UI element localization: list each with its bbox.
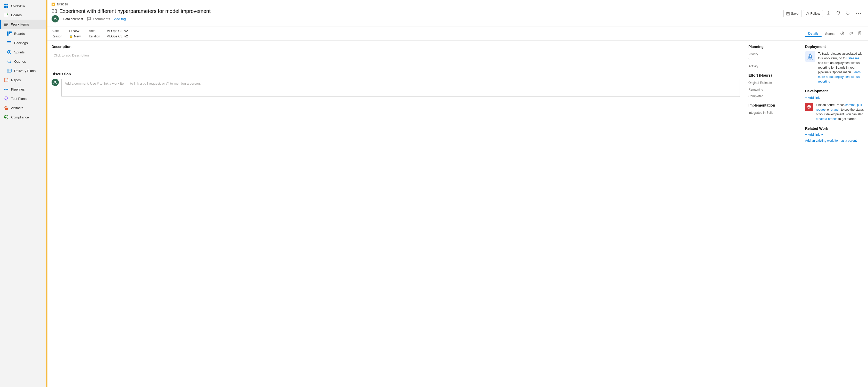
sidebar-item-overview[interactable]: Overview <box>0 1 46 10</box>
delivery-plans-icon <box>7 68 11 73</box>
work-item-toolbar: Save Follow <box>783 10 864 18</box>
dev-add-link[interactable]: + Add link <box>805 96 864 99</box>
svg-rect-7 <box>4 23 8 24</box>
area-field: Area MLOps CLI v2 <box>89 29 128 33</box>
sidebar-item-test-plans[interactable]: Test Plans <box>0 94 46 103</box>
reason-field: Reason 🔒 New <box>52 34 81 38</box>
sidebar-item-repos-label: Repos <box>11 78 21 82</box>
sidebar-item-sprints-label: Sprints <box>14 50 25 54</box>
refresh-button[interactable] <box>834 10 842 18</box>
sidebar-item-boards-top[interactable]: Boards <box>0 10 46 20</box>
work-item-header: TASK 28 28 Experiment with different hyp… <box>48 0 868 27</box>
sidebar-item-artifacts[interactable]: Artifacts <box>0 103 46 113</box>
work-item-number: 28 <box>52 8 57 14</box>
assignee-avatar <box>52 15 59 23</box>
link-icon-btn[interactable] <box>847 30 855 37</box>
priority-field: Priority 2 <box>748 52 797 61</box>
sidebar-item-overview-label: Overview <box>11 4 25 8</box>
svg-point-25 <box>7 89 8 90</box>
svg-point-24 <box>6 89 7 90</box>
assignee-name: Data scientist <box>63 17 83 21</box>
tab-details[interactable]: Details <box>805 30 822 37</box>
sidebar-item-boards-label: Boards <box>14 32 25 36</box>
comment-input[interactable]: Add a comment. Use # to link a work item… <box>61 79 740 97</box>
remaining-field: Remaining <box>748 88 797 91</box>
activity-field: Activity <box>748 64 797 68</box>
add-tag-button[interactable]: Add tag <box>114 17 126 21</box>
sidebar-item-queries[interactable]: Queries <box>0 57 46 66</box>
svg-rect-8 <box>4 24 8 25</box>
follow-button[interactable]: Follow <box>803 10 823 17</box>
related-work-title: Related Work <box>805 126 864 130</box>
commenter-avatar <box>52 79 59 86</box>
implementation-section: Implementation Integrated in Build <box>748 103 797 115</box>
state-field: State New <box>52 29 81 33</box>
reason-value[interactable]: 🔒 New <box>69 34 81 38</box>
iteration-label: Iteration <box>89 35 104 38</box>
work-items-icon <box>4 22 8 27</box>
settings-button[interactable] <box>825 10 833 18</box>
sidebar-item-work-items-label: Work items <box>11 23 29 26</box>
boards-top-icon <box>4 13 8 17</box>
effort-title: Effort (Hours) <box>748 73 797 78</box>
history-icon-btn[interactable] <box>838 30 846 37</box>
sidebar-item-sprints[interactable]: Sprints <box>0 48 46 57</box>
learn-more-link[interactable]: Learn more about deployment status repor… <box>818 70 861 83</box>
add-parent-link[interactable]: Add an existing work item as a parent <box>805 139 857 142</box>
state-group: State New Reason 🔒 New <box>52 29 81 38</box>
repos-icon <box>4 78 8 82</box>
sidebar-item-boards[interactable]: Boards <box>0 29 46 38</box>
overview-icon <box>4 3 8 8</box>
reason-label: Reason <box>52 35 67 38</box>
svg-rect-2 <box>4 6 6 8</box>
sidebar: Overview Boards Work items <box>0 0 46 387</box>
lock-icon: 🔒 <box>69 35 73 38</box>
more-button[interactable]: ••• <box>854 10 864 17</box>
sidebar-item-delivery-plans-label: Delivery Plans <box>14 69 36 73</box>
repos-dev-icon <box>805 103 813 111</box>
sidebar-item-artifacts-label: Artifacts <box>11 106 23 110</box>
svg-line-19 <box>10 62 11 63</box>
queries-icon <box>7 59 11 64</box>
work-item-title: 28 Experiment with different hyperparame… <box>52 8 211 14</box>
work-item-right-panel: Deployment To track releases associated … <box>801 40 868 387</box>
iteration-value[interactable]: MLOps CLI v2 <box>106 34 128 38</box>
svg-rect-3 <box>6 6 8 8</box>
tab-scans[interactable]: Scans <box>822 31 838 37</box>
svg-point-35 <box>828 13 829 14</box>
remaining-label: Remaining <box>748 88 797 91</box>
completed-field: Completed <box>748 94 797 98</box>
attachment-icon-btn[interactable] <box>856 30 864 37</box>
area-value[interactable]: MLOps CLI v2 <box>106 29 128 33</box>
sidebar-item-repos[interactable]: Repos <box>0 75 46 85</box>
sidebar-item-backlogs[interactable]: Backlogs <box>0 38 46 48</box>
svg-rect-10 <box>7 31 8 36</box>
work-item-title-row: TASK 28 28 Experiment with different hyp… <box>52 3 864 25</box>
svg-rect-4 <box>4 14 8 14</box>
svg-point-44 <box>809 55 811 57</box>
releases-link[interactable]: Releases <box>846 57 859 60</box>
work-item-middle-panel: Planning Priority 2 Activity Effort (Hou… <box>744 40 801 387</box>
sidebar-item-compliance[interactable]: Compliance <box>0 113 46 122</box>
state-value[interactable]: New <box>69 29 80 33</box>
development-title: Development <box>805 89 864 93</box>
comments-button[interactable]: 0 comments <box>87 17 110 21</box>
state-dot <box>69 30 72 32</box>
task-label: TASK 28 <box>52 3 211 6</box>
state-label: State <box>52 29 67 33</box>
sprints-icon <box>7 50 11 54</box>
sidebar-item-delivery-plans[interactable]: Delivery Plans <box>0 66 46 75</box>
work-item-fields: State New Reason 🔒 New Area MLOps CLI v2 <box>48 27 868 40</box>
discussion-section: Discussion Add a comment. Use # to link … <box>52 72 740 97</box>
undo-button[interactable] <box>844 10 852 18</box>
sidebar-item-pipelines[interactable]: Pipelines <box>0 85 46 94</box>
implementation-title: Implementation <box>748 103 797 107</box>
original-estimate-label: Original Estimate <box>748 81 797 85</box>
detail-tabs: Details Scans <box>805 29 864 38</box>
description-input[interactable]: Click to add Description <box>52 51 740 67</box>
priority-value[interactable]: 2 <box>748 57 797 61</box>
save-button[interactable]: Save <box>783 10 802 17</box>
artifacts-icon <box>4 106 8 110</box>
sidebar-item-work-items[interactable]: Work items <box>0 20 46 29</box>
related-add-link[interactable]: + Add link ∨ <box>805 132 864 137</box>
